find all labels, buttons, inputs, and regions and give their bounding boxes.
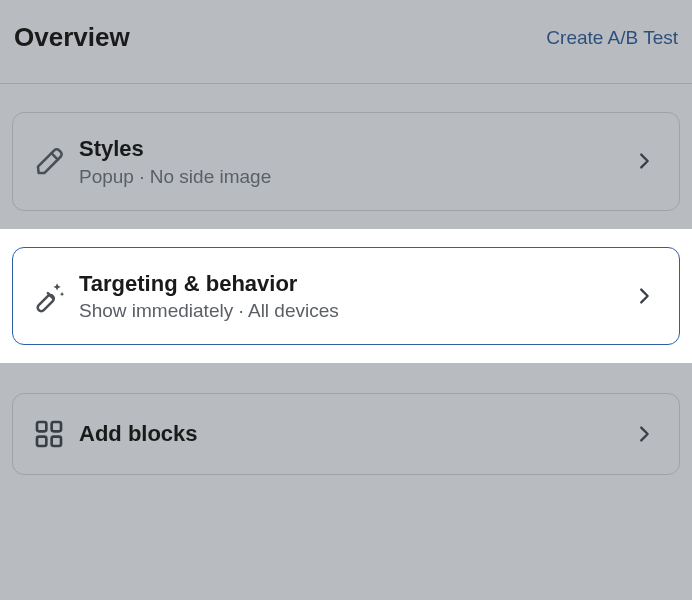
add-blocks-card-body: Add blocks [79, 420, 629, 449]
chevron-right-icon [629, 423, 659, 445]
svg-rect-6 [52, 437, 61, 446]
targeting-card-wrapper: Targeting & behavior Show immediately · … [0, 229, 692, 364]
chevron-right-icon [629, 150, 659, 172]
svg-rect-3 [37, 422, 46, 431]
create-ab-test-link[interactable]: Create A/B Test [546, 27, 678, 49]
targeting-subtitle: Show immediately · All devices [79, 300, 629, 322]
styles-subtitle: Popup · No side image [79, 166, 629, 188]
page-title: Overview [14, 22, 130, 53]
svg-rect-5 [37, 437, 46, 446]
targeting-card[interactable]: Targeting & behavior Show immediately · … [12, 247, 680, 346]
targeting-card-body: Targeting & behavior Show immediately · … [79, 270, 629, 323]
header: Overview Create A/B Test [0, 0, 692, 84]
magic-wand-icon [33, 279, 79, 313]
svg-rect-4 [52, 422, 61, 431]
styles-card[interactable]: Styles Popup · No side image [12, 112, 680, 211]
styles-card-body: Styles Popup · No side image [79, 135, 629, 188]
svg-line-2 [48, 293, 53, 298]
add-blocks-title: Add blocks [79, 420, 629, 449]
svg-line-0 [51, 154, 57, 160]
chevron-right-icon [629, 285, 659, 307]
add-blocks-card-wrapper: Add blocks [0, 371, 692, 485]
content-area: Styles Popup · No side image Targe [0, 84, 692, 485]
styles-card-wrapper: Styles Popup · No side image [0, 84, 692, 221]
blocks-icon [33, 418, 79, 450]
targeting-title: Targeting & behavior [79, 270, 629, 299]
add-blocks-card[interactable]: Add blocks [12, 393, 680, 475]
pencil-icon [33, 144, 79, 178]
styles-title: Styles [79, 135, 629, 164]
